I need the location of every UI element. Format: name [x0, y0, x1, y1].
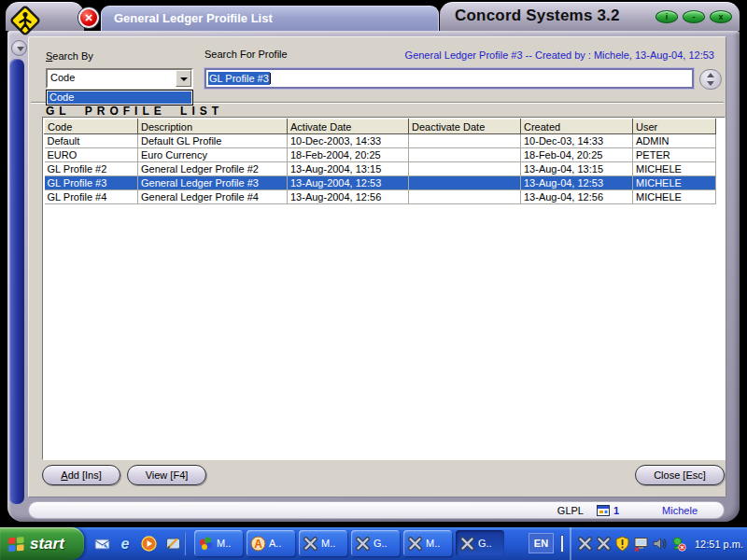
- task-button-a-app[interactable]: A A..: [247, 530, 295, 556]
- table-header-row: Code Description Activate Date Deactivat…: [45, 119, 716, 134]
- task-button-g2-active[interactable]: G..: [456, 530, 504, 556]
- paint-app-icon: [198, 536, 214, 552]
- x-app-tray-icon[interactable]: [596, 536, 612, 552]
- show-desktop-icon[interactable]: [164, 536, 181, 553]
- content-panel: Search By Code Code Search For Profile G…: [28, 36, 726, 497]
- table-row-selected[interactable]: GL Profile #3 General Ledger Profile #3 …: [45, 176, 716, 190]
- tab-title: General Ledger Proifile List: [114, 11, 273, 25]
- app-logo-icon: [7, 2, 44, 39]
- table-row[interactable]: GL Profile #2 General Ledger Profile #2 …: [45, 162, 716, 176]
- text-caret: [270, 73, 271, 84]
- app-title: Concord Systems 3.2: [455, 7, 620, 25]
- page-indicator-icon: [597, 504, 611, 517]
- col-header-deactivate-date[interactable]: Deactivate Date: [409, 119, 521, 134]
- add-button[interactable]: Add [Ins]: [42, 465, 120, 485]
- search-for-label: Search For Profile: [204, 49, 288, 60]
- internet-explorer-icon[interactable]: e: [117, 536, 134, 553]
- task-button-m1[interactable]: M..: [299, 530, 347, 556]
- x-app-icon: [459, 536, 475, 552]
- list-heading: GL PROFILE LIST: [46, 105, 223, 118]
- col-header-code[interactable]: Code: [45, 119, 138, 134]
- search-by-combo[interactable]: Code: [46, 68, 193, 89]
- profile-table: Code Description Activate Date Deactivat…: [44, 119, 716, 204]
- profile-grid-panel: Code Description Activate Date Deactivat…: [42, 117, 726, 460]
- messenger-offline-icon[interactable]: [670, 536, 686, 552]
- chevron-down-icon[interactable]: [176, 70, 191, 87]
- input-indicator: [560, 535, 564, 553]
- task-button-g1[interactable]: G..: [351, 530, 400, 556]
- col-header-user[interactable]: User: [633, 119, 716, 134]
- start-button[interactable]: start: [0, 527, 84, 560]
- x-app-icon: [303, 536, 318, 552]
- window-tab[interactable]: General Ledger Proifile List: [101, 6, 439, 32]
- page-number: 1: [613, 505, 619, 516]
- close-window-icon[interactable]: ✕: [78, 7, 99, 28]
- col-header-activate-date[interactable]: Activate Date: [288, 119, 409, 134]
- col-header-created[interactable]: Created: [521, 119, 633, 134]
- dropdown-option-code[interactable]: Code: [48, 91, 191, 104]
- language-indicator[interactable]: EN: [529, 533, 554, 553]
- volume-icon[interactable]: [652, 536, 668, 552]
- close-screen-button[interactable]: Close [Esc]: [635, 465, 725, 485]
- search-by-dropdown: Code: [46, 90, 193, 105]
- status-user: Michele: [662, 505, 698, 516]
- quick-launch-divider: [184, 532, 186, 555]
- search-input-value: GL Profile #3: [208, 72, 270, 85]
- record-spinner[interactable]: [699, 69, 722, 90]
- left-accent-bar: [9, 59, 24, 504]
- a-app-icon: A: [250, 536, 266, 552]
- windows-flag-icon: [7, 536, 25, 553]
- side-menu-button[interactable]: [11, 40, 27, 56]
- search-input[interactable]: GL Profile #3: [204, 68, 694, 89]
- search-by-value: Code: [50, 72, 75, 83]
- minimize-button[interactable]: -: [683, 10, 705, 23]
- x-app-tray-icon[interactable]: [577, 536, 593, 552]
- col-header-description[interactable]: Description: [138, 119, 288, 134]
- screen-code: GLPL: [557, 505, 584, 516]
- x-app-icon: [407, 536, 423, 552]
- media-player-icon[interactable]: [140, 536, 157, 553]
- task-button-paint[interactable]: M..: [194, 530, 243, 556]
- view-button[interactable]: View [F4]: [127, 465, 206, 485]
- close-button[interactable]: x: [710, 10, 732, 23]
- search-by-label: Search By: [46, 50, 93, 62]
- status-bar: GLPL 1 Michele: [28, 501, 725, 519]
- clock[interactable]: 12:51 p.m.: [695, 539, 743, 550]
- svg-text:A: A: [254, 538, 262, 551]
- record-info-text: General Ledger Profile #3 -- Created by …: [405, 49, 714, 61]
- start-label: start: [30, 535, 64, 553]
- info-button[interactable]: i: [655, 10, 678, 23]
- taskbar: start e M..: [0, 527, 747, 560]
- x-app-icon: [355, 536, 371, 552]
- system-tray: 12:51 p.m.: [570, 527, 747, 560]
- security-shield-icon[interactable]: [614, 536, 630, 552]
- titlebar-right-cap: Concord Systems 3.2 i - x: [440, 2, 740, 31]
- computer-tray-icon[interactable]: [633, 536, 649, 552]
- table-row[interactable]: EURO Euro Currency 18-Feb-2004, 20:25 18…: [45, 148, 716, 162]
- task-button-m2[interactable]: M..: [403, 530, 452, 556]
- outlook-express-icon[interactable]: [93, 536, 110, 553]
- table-row[interactable]: GL Profile #4 General Ledger Profile #4 …: [45, 190, 716, 204]
- table-row[interactable]: Default Default GL Profile 10-Dec-2003, …: [45, 134, 716, 148]
